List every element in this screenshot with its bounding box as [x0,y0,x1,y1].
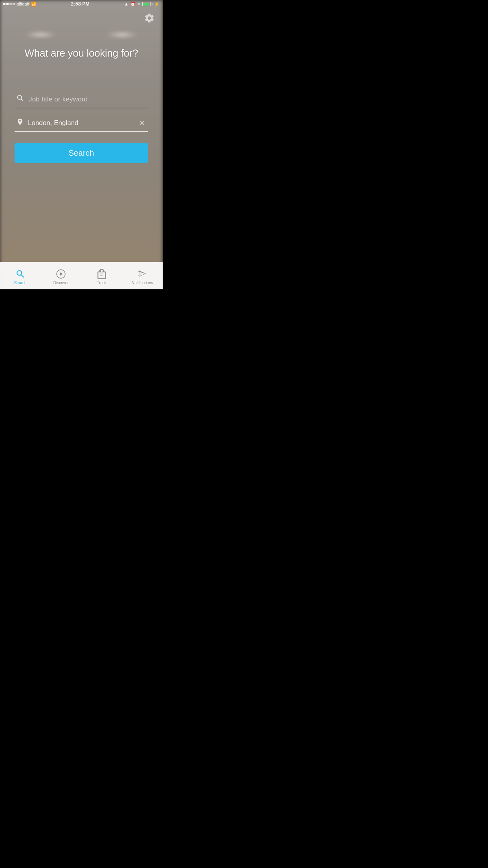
discover-tab-label: Discover [53,281,69,285]
svg-rect-3 [100,275,102,276]
charging-icon: ⚡ [154,2,160,7]
main-content: What are you looking for? London, Englan… [0,0,163,262]
signal-dot-3 [9,3,12,5]
bluetooth-icon: ✦ [137,2,141,7]
status-right: ▲ ⏰ ✦ ⚡ [124,2,160,7]
discover-tab-icon [56,269,66,279]
alarm-icon: ⏰ [130,2,136,7]
tab-notifications[interactable]: Notifications [122,262,163,289]
tab-bar: Search Discover Track Notificati [0,262,163,289]
search-tab-icon [15,269,26,279]
status-bar: giffgaff 📶 2:58 PM ▲ ⏰ ✦ ⚡ [0,0,163,8]
page-headline: What are you looking for? [25,47,138,59]
status-left: giffgaff 📶 [3,2,37,7]
settings-button[interactable] [142,11,156,25]
battery-indicator [142,2,152,6]
notifications-tab-icon [137,269,147,279]
signal-dot-2 [6,3,9,5]
track-tab-label: Track [97,281,106,285]
tab-search[interactable]: Search [0,262,41,289]
svg-marker-1 [58,272,64,276]
tab-discover[interactable]: Discover [41,262,82,289]
track-tab-icon [97,269,107,279]
notifications-tab-label: Notifications [132,281,153,285]
signal-dot-1 [3,3,6,5]
keyword-input-row [15,91,148,108]
svg-rect-2 [100,274,103,274]
clear-location-button[interactable]: ✕ [138,118,147,128]
location-input-row: London, England ✕ [15,114,148,132]
wifi-icon: 📶 [31,2,37,7]
search-form: London, England ✕ Search [15,91,148,163]
location-value: London, England [28,119,138,127]
status-time: 2:58 PM [71,1,90,7]
tab-track[interactable]: Track [81,262,122,289]
search-tab-label: Search [14,281,27,285]
signal-indicator [3,3,15,5]
location-icon: ▲ [124,2,128,6]
location-pin-icon [16,118,24,128]
gear-icon [144,13,155,24]
keyword-input[interactable] [29,96,147,103]
carrier-name: giffgaff [17,2,29,6]
signal-dot-4 [13,3,15,5]
search-magnify-icon [16,94,25,105]
search-button[interactable]: Search [15,143,148,163]
